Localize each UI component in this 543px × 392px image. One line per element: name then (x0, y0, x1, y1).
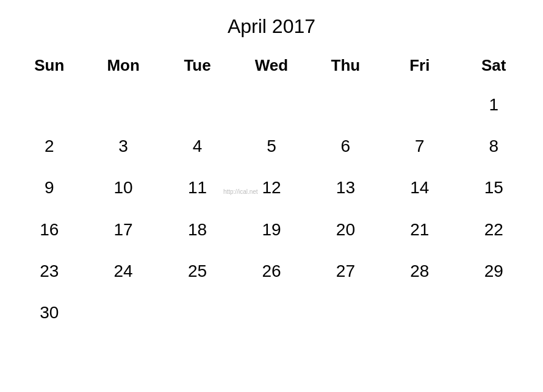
calendar-day-cell (86, 292, 160, 333)
calendar-day-cell[interactable]: 28 (383, 251, 456, 292)
calendar-week-row: 23242526272829 (12, 251, 531, 292)
calendar-day-cell[interactable]: 12http://ical.net (234, 167, 308, 209)
calendar-day-cell[interactable]: 9 (12, 167, 86, 209)
calendar-day-cell[interactable]: 18 (160, 209, 234, 251)
calendar-day-cell (383, 292, 456, 333)
calendar-day-cell[interactable]: 2 (12, 126, 86, 167)
calendar-day-cell[interactable]: 3 (86, 126, 160, 167)
calendar-day-cell (86, 84, 160, 126)
calendar-day-cell[interactable]: 14 (383, 167, 456, 209)
calendar-day-cell (160, 292, 234, 333)
weekday-header-sun: Sun (12, 50, 86, 84)
calendar-day-cell[interactable]: 21 (383, 209, 456, 251)
weekday-header-thu: Thu (309, 50, 383, 84)
calendar-day-cell[interactable]: 24 (86, 251, 160, 292)
calendar-day-cell[interactable]: 17 (86, 209, 160, 251)
calendar-day-cell[interactable]: 29 (457, 251, 531, 292)
calendar-day-cell (309, 84, 383, 126)
calendar-week-row: 30 (12, 292, 531, 333)
calendar-day-cell[interactable]: 26 (234, 251, 308, 292)
calendar-day-cell[interactable]: 10 (86, 167, 160, 209)
calendar-week-row: 1 (12, 84, 531, 126)
calendar-day-cell[interactable]: 8 (457, 126, 531, 167)
calendar-day-cell[interactable]: 13 (309, 167, 383, 209)
calendar-day-cell[interactable]: 19 (234, 209, 308, 251)
calendar-day-cell (234, 84, 308, 126)
weekday-header-row: SunMonTueWedThuFriSat (12, 50, 531, 84)
calendar-day-cell[interactable]: 23 (12, 251, 86, 292)
calendar-day-cell[interactable]: 27 (309, 251, 383, 292)
calendar-day-cell (309, 292, 383, 333)
calendar-day-cell[interactable]: 6 (309, 126, 383, 167)
calendar-day-cell[interactable]: 16 (12, 209, 86, 251)
calendar-week-row: 9101112http://ical.net131415 (12, 167, 531, 209)
weekday-header-tue: Tue (160, 50, 234, 84)
calendar-day-cell[interactable]: 22 (457, 209, 531, 251)
calendar-day-cell[interactable]: 30 (12, 292, 86, 333)
weekday-header-sat: Sat (457, 50, 531, 84)
calendar-day-cell (234, 292, 308, 333)
calendar-day-cell[interactable]: 1 (457, 84, 531, 126)
calendar-day-cell[interactable]: 5 (234, 126, 308, 167)
calendar-day-cell[interactable]: 7 (383, 126, 456, 167)
calendar-day-cell[interactable]: 4 (160, 126, 234, 167)
calendar-day-cell[interactable]: 15 (457, 167, 531, 209)
weekday-header-mon: Mon (86, 50, 160, 84)
weekday-header-wed: Wed (234, 50, 308, 84)
calendar-day-cell (383, 84, 456, 126)
weekday-header-fri: Fri (383, 50, 456, 84)
calendar-day-cell (12, 84, 86, 126)
calendar-day-cell[interactable]: 25 (160, 251, 234, 292)
calendar-grid: SunMonTueWedThuFriSat 123456789101112htt… (12, 50, 531, 333)
calendar-week-row: 2345678 (12, 126, 531, 167)
calendar-day-cell (160, 84, 234, 126)
calendar-day-cell[interactable]: 11 (160, 167, 234, 209)
calendar-title: April 2017 (228, 15, 315, 38)
calendar-week-row: 16171819202122 (12, 209, 531, 251)
calendar-day-cell (457, 292, 531, 333)
calendar-day-cell[interactable]: 20 (309, 209, 383, 251)
